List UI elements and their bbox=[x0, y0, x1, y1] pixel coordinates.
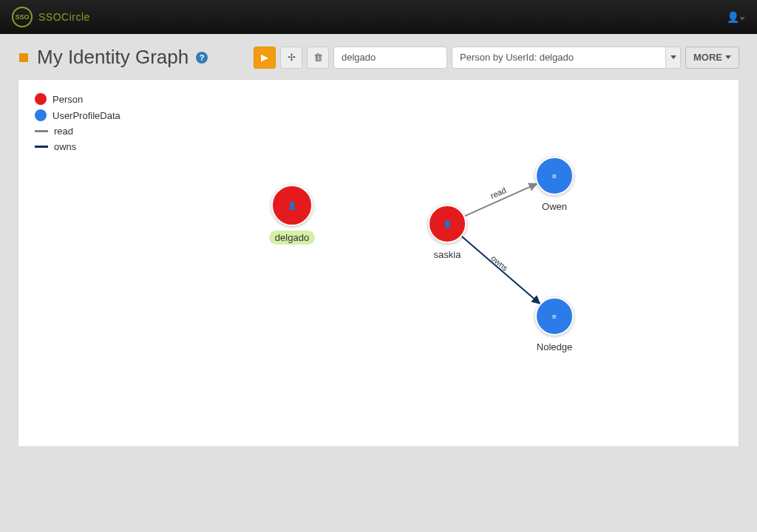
trash-icon: 🗑 bbox=[313, 52, 323, 63]
edge-label: owns bbox=[489, 253, 509, 273]
toolbar: ▶ ✢ 🗑 Person by UserId: delgado MORE bbox=[254, 47, 739, 69]
profile-node-icon: ≡ bbox=[535, 297, 574, 335]
node-label: Noledge bbox=[531, 340, 578, 354]
graph-node-delgado[interactable]: 👤delgado bbox=[262, 185, 322, 245]
select-caret[interactable] bbox=[666, 47, 681, 69]
header-row: My Identity Graph ? ▶ ✢ 🗑 Person by User… bbox=[18, 46, 739, 69]
graph-edges bbox=[18, 80, 739, 446]
expand-button[interactable]: ✢ bbox=[280, 47, 302, 69]
node-glyph-icon: 👤 bbox=[288, 202, 296, 210]
graph-node-noledge[interactable]: ≡Noledge bbox=[525, 297, 584, 354]
edge-label: read bbox=[489, 185, 507, 200]
chevron-down-icon bbox=[671, 55, 676, 59]
person-node-icon: 👤 bbox=[428, 205, 466, 243]
brand: SSO SSOCircle bbox=[12, 7, 90, 27]
more-label: MORE bbox=[693, 52, 722, 63]
share-icon bbox=[18, 52, 30, 64]
entity-select[interactable]: Person by UserId: delgado bbox=[452, 47, 666, 69]
more-button[interactable]: MORE bbox=[685, 47, 739, 69]
user-icon: 👤 bbox=[727, 11, 739, 23]
node-label: Owen bbox=[536, 200, 573, 214]
caret-down-icon bbox=[739, 17, 745, 21]
caret-down-icon bbox=[725, 55, 731, 59]
help-icon[interactable]: ? bbox=[196, 52, 208, 64]
play-icon: ▶ bbox=[261, 52, 268, 63]
node-glyph-icon: ≡ bbox=[552, 172, 557, 180]
graph-node-saskia[interactable]: 👤saskia bbox=[418, 205, 477, 262]
search-input[interactable] bbox=[333, 47, 447, 69]
brand-logo-icon: SSO bbox=[12, 7, 33, 27]
top-navbar: SSO SSOCircle 👤 bbox=[0, 0, 757, 34]
play-button[interactable]: ▶ bbox=[254, 47, 276, 69]
user-menu[interactable]: 👤 bbox=[727, 11, 745, 23]
node-glyph-icon: ≡ bbox=[552, 313, 557, 321]
node-label: saskia bbox=[428, 248, 467, 262]
profile-node-icon: ≡ bbox=[535, 157, 574, 195]
brand-name: SSOCircle bbox=[38, 11, 90, 23]
graph-panel: PersonUserProfileDatareadowns readowns👤d… bbox=[18, 79, 739, 447]
node-glyph-icon: 👤 bbox=[443, 220, 452, 228]
person-node-icon: 👤 bbox=[271, 185, 313, 226]
page-title: My Identity Graph bbox=[37, 46, 189, 69]
node-label: delgado bbox=[269, 231, 315, 245]
delete-button[interactable]: 🗑 bbox=[307, 47, 329, 69]
expand-icon: ✢ bbox=[288, 52, 296, 63]
graph-canvas[interactable]: readowns👤delgado👤saskia≡Owen≡Noledge bbox=[18, 80, 739, 446]
graph-node-owen[interactable]: ≡Owen bbox=[525, 157, 584, 214]
